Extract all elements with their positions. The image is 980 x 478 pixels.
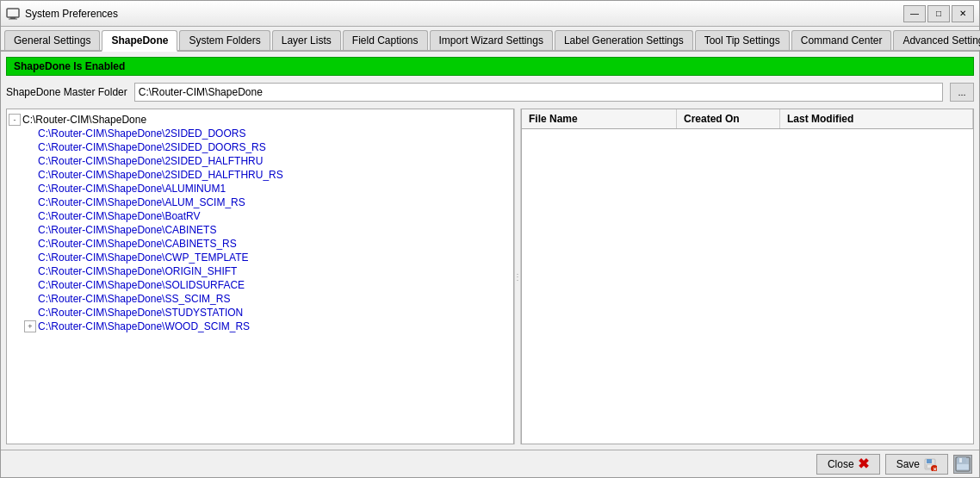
window-icon xyxy=(6,7,20,21)
tree-expander xyxy=(24,196,36,208)
tree-item[interactable]: C:\Router-CIM\ShapeDone\2SIDED_DOORS_RS xyxy=(7,140,513,154)
tree-item[interactable]: C:\Router-CIM\ShapeDone\ALUMINUM1 xyxy=(7,182,513,196)
tab-advanced-settings[interactable]: Advanced Settings xyxy=(893,30,980,50)
tree-item-label: C:\Router-CIM\ShapeDone\SS_SCIM_RS xyxy=(38,293,230,305)
tree-item[interactable]: C:\Router-CIM\ShapeDone\2SIDED_DOORS xyxy=(7,127,513,140)
title-bar: System Preferences — □ ✕ xyxy=(1,1,979,27)
close-x-icon: ✖ xyxy=(858,456,869,472)
window-title: System Preferences xyxy=(25,8,903,20)
save-icon: ✕ xyxy=(923,457,937,471)
col-header-created[interactable]: Created On xyxy=(677,109,780,128)
tab-label-generation[interactable]: Label Generation Settings xyxy=(555,30,693,50)
tab-tooltip[interactable]: Tool Tip Settings xyxy=(695,30,790,50)
tree-expander[interactable] xyxy=(24,320,36,332)
tree-expander xyxy=(24,155,36,167)
tree-expander xyxy=(24,169,36,181)
tree-item-label: C:\Router-CIM\ShapeDone\WOOD_SCIM_RS xyxy=(38,320,250,332)
tab-layer-lists[interactable]: Layer Lists xyxy=(272,30,341,50)
tree-expander xyxy=(24,127,36,140)
master-folder-row: ShapeDone Master Folder ... xyxy=(6,83,974,102)
svg-rect-12 xyxy=(957,464,969,469)
main-panels: C:\Router-CIM\ShapeDone C:\Router-CIM\Sh… xyxy=(6,109,974,444)
tree-item-label: C:\Router-CIM\ShapeDone\ALUM_SCIM_RS xyxy=(38,196,245,208)
tree-item[interactable]: C:\Router-CIM\ShapeDone\2SIDED_HALFTHRU_… xyxy=(7,168,513,182)
status-badge: ShapeDone Is Enabled xyxy=(6,57,974,76)
tree-expander xyxy=(24,238,36,250)
tree-item-label: C:\Router-CIM\ShapeDone\ORIGIN_SHIFT xyxy=(38,265,237,277)
tabs-row: General Settings ShapeDone System Folder… xyxy=(1,27,979,52)
tree-item-label: C:\Router-CIM\ShapeDone\2SIDED_DOORS xyxy=(38,127,245,140)
tree-expander xyxy=(24,251,36,264)
file-panel: File Name Created On Last Modified xyxy=(521,109,974,444)
tree-expander xyxy=(24,293,36,305)
tree-root-item[interactable]: C:\Router-CIM\ShapeDone xyxy=(7,113,513,127)
tree-expander xyxy=(24,265,36,277)
tree-item-label: C:\Router-CIM\ShapeDone\CABINETS xyxy=(38,224,216,236)
master-folder-label: ShapeDone Master Folder xyxy=(6,86,127,98)
tab-shapedone[interactable]: ShapeDone xyxy=(102,30,177,52)
tree-item[interactable]: C:\Router-CIM\ShapeDone\ORIGIN_SHIFT xyxy=(7,264,513,278)
tree-expander xyxy=(24,307,36,319)
window-controls: — □ ✕ xyxy=(903,5,974,22)
tree-item[interactable]: C:\Router-CIM\ShapeDone\CABINETS_RS xyxy=(7,237,513,251)
tree-expander xyxy=(24,210,36,222)
close-label: Close xyxy=(828,458,854,470)
tree-children: C:\Router-CIM\ShapeDone\2SIDED_DOORSC:\R… xyxy=(7,127,513,333)
tree-item-label: C:\Router-CIM\ShapeDone\2SIDED_DOORS_RS xyxy=(38,141,266,153)
file-panel-header: File Name Created On Last Modified xyxy=(522,109,973,129)
tab-general[interactable]: General Settings xyxy=(4,30,100,50)
tree-item[interactable]: C:\Router-CIM\ShapeDone\SOLIDSURFACE xyxy=(7,278,513,292)
svg-rect-0 xyxy=(7,9,19,17)
browse-button[interactable]: ... xyxy=(950,83,974,102)
col-header-modified[interactable]: Last Modified xyxy=(780,109,973,128)
root-expander[interactable] xyxy=(9,114,21,126)
tree-item[interactable]: C:\Router-CIM\ShapeDone\SS_SCIM_RS xyxy=(7,292,513,306)
tree-item-label: C:\Router-CIM\ShapeDone\SOLIDSURFACE xyxy=(38,279,245,291)
tree-item[interactable]: C:\Router-CIM\ShapeDone\STUDYSTATION xyxy=(7,306,513,320)
main-window: System Preferences — □ ✕ General Setting… xyxy=(0,0,980,478)
content-area: ShapeDone Is Enabled ShapeDone Master Fo… xyxy=(1,52,979,450)
tree-item[interactable]: C:\Router-CIM\ShapeDone\CABINETS xyxy=(7,223,513,237)
save-label: Save xyxy=(896,458,920,470)
tab-import-wizard[interactable]: Import Wizard Settings xyxy=(430,30,553,50)
svg-text:✕: ✕ xyxy=(933,467,937,471)
tree-item[interactable]: C:\Router-CIM\ShapeDone\ALUM_SCIM_RS xyxy=(7,196,513,209)
close-button-footer[interactable]: Close ✖ xyxy=(816,454,880,475)
tree-expander xyxy=(24,183,36,195)
tree-item-label: C:\Router-CIM\ShapeDone\CABINETS_RS xyxy=(38,238,237,250)
tab-system-folders[interactable]: System Folders xyxy=(179,30,270,50)
tree-item[interactable]: C:\Router-CIM\ShapeDone\2SIDED_HALFTHRU xyxy=(7,154,513,168)
svg-rect-4 xyxy=(927,459,932,463)
master-folder-input[interactable] xyxy=(134,83,943,102)
tree-item[interactable]: C:\Router-CIM\ShapeDone\CWP_TEMPLATE xyxy=(7,251,513,264)
tree-item[interactable]: C:\Router-CIM\ShapeDone\BoatRV xyxy=(7,209,513,223)
svg-rect-11 xyxy=(959,458,962,462)
splitter[interactable]: ⋮ xyxy=(514,109,521,444)
disk-icon xyxy=(953,455,972,474)
tree-item-label: C:\Router-CIM\ShapeDone\CWP_TEMPLATE xyxy=(38,251,249,264)
tree-item-label: C:\Router-CIM\ShapeDone\2SIDED_HALFTHRU xyxy=(38,155,263,167)
tree-root-label: C:\Router-CIM\ShapeDone xyxy=(22,114,146,126)
tree-expander xyxy=(24,224,36,236)
tree-item-label: C:\Router-CIM\ShapeDone\BoatRV xyxy=(38,210,201,222)
tree-item-label: C:\Router-CIM\ShapeDone\ALUMINUM1 xyxy=(38,183,226,195)
save-button[interactable]: Save ✕ xyxy=(885,454,948,475)
maximize-button[interactable]: □ xyxy=(927,5,950,22)
footer-bar: Close ✖ Save ✕ xyxy=(1,450,979,477)
tab-command-center[interactable]: Command Center xyxy=(791,30,892,50)
tree-expander xyxy=(24,141,36,153)
tab-field-captions[interactable]: Field Captions xyxy=(343,30,428,50)
close-button[interactable]: ✕ xyxy=(952,5,974,22)
tree-expander xyxy=(24,279,36,291)
tree-item-label: C:\Router-CIM\ShapeDone\2SIDED_HALFTHRU_… xyxy=(38,169,283,181)
tree-panel[interactable]: C:\Router-CIM\ShapeDone C:\Router-CIM\Sh… xyxy=(6,109,514,444)
tree-item-label: C:\Router-CIM\ShapeDone\STUDYSTATION xyxy=(38,307,243,319)
tree-item[interactable]: C:\Router-CIM\ShapeDone\WOOD_SCIM_RS xyxy=(7,320,513,333)
file-list xyxy=(522,129,973,444)
col-header-filename[interactable]: File Name xyxy=(522,109,677,128)
minimize-button[interactable]: — xyxy=(903,5,926,22)
